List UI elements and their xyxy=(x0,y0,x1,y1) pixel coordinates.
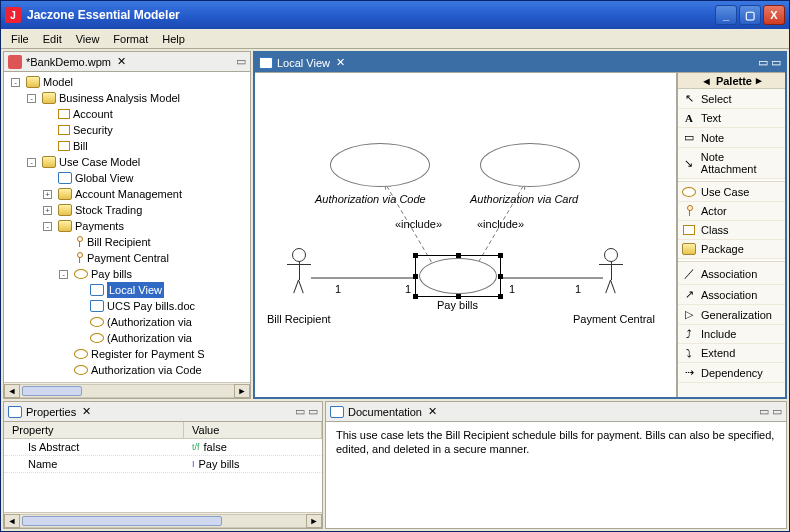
menu-help[interactable]: Help xyxy=(156,31,191,47)
usecase-icon xyxy=(74,349,88,359)
tree-item[interactable]: Account xyxy=(40,106,248,122)
close-button[interactable]: X xyxy=(763,5,785,25)
menu-view[interactable]: View xyxy=(70,31,106,47)
usecase-auth-card[interactable] xyxy=(480,143,580,187)
tree-item[interactable]: Register for Payment S xyxy=(56,346,248,362)
actor-payment-central[interactable] xyxy=(599,248,623,292)
diagram-tab-label[interactable]: Local View xyxy=(277,57,330,69)
tree-item[interactable]: Authorization via Code xyxy=(56,362,248,378)
palette-package[interactable]: Package xyxy=(678,240,785,259)
properties-view: Properties ✕ ▭ ▭ Property Value Is Abstr… xyxy=(3,401,323,529)
col-value[interactable]: Value xyxy=(184,422,322,438)
tree-h-scrollbar[interactable]: ◄ ► xyxy=(4,382,250,398)
expand-icon[interactable]: + xyxy=(43,206,52,215)
palette-actor[interactable]: Actor xyxy=(678,202,785,221)
menu-file[interactable]: File xyxy=(5,31,35,47)
minimize-button[interactable]: _ xyxy=(715,5,737,25)
maximize-button[interactable]: ▢ xyxy=(739,5,761,25)
collapse-icon[interactable]: - xyxy=(27,94,36,103)
diagram-canvas[interactable]: Authorization via Code Authorization via… xyxy=(255,73,677,397)
tree-item[interactable]: Bill xyxy=(40,138,248,154)
menu-edit[interactable]: Edit xyxy=(37,31,68,47)
text-icon: I xyxy=(192,459,195,469)
tree-paybills[interactable]: -Pay bills xyxy=(56,266,248,282)
actor-bill-recipient[interactable] xyxy=(287,248,311,292)
properties-header: Property Value xyxy=(4,422,322,439)
property-key: Is Abstract xyxy=(4,439,184,455)
scroll-thumb[interactable] xyxy=(22,386,82,396)
diagram-tab-close-icon[interactable]: ✕ xyxy=(336,56,345,69)
window-title: Jaczone Essential Modeler xyxy=(27,8,715,22)
app-window: J Jaczone Essential Modeler _ ▢ X File E… xyxy=(0,0,790,532)
palette-text[interactable]: AText xyxy=(678,109,785,128)
scroll-right-button[interactable]: ► xyxy=(306,514,322,528)
tree-item[interactable]: +Stock Trading xyxy=(40,202,248,218)
palette-note[interactable]: ▭Note xyxy=(678,128,785,148)
properties-tab-label[interactable]: Properties xyxy=(26,406,76,418)
palette-include[interactable]: ⤴Include xyxy=(678,325,785,344)
usecase-auth-code[interactable] xyxy=(330,143,430,187)
palette-class[interactable]: Class xyxy=(678,221,785,240)
tree-item[interactable]: (Authorization via xyxy=(72,330,248,346)
model-tree[interactable]: -Model -Business Analysis Model Account … xyxy=(4,72,250,382)
collapse-icon[interactable]: - xyxy=(11,78,20,87)
extend-icon: ⤵ xyxy=(682,347,696,359)
usecase-pay-bills-label: Pay bills xyxy=(437,299,478,311)
folder-icon xyxy=(58,220,72,232)
palette-select[interactable]: ↖Select xyxy=(678,89,785,109)
property-row[interactable]: Is Abstract t/ffalse xyxy=(4,439,322,456)
tree-item[interactable]: UCS Pay bills.doc xyxy=(72,298,248,314)
editor-tab-label[interactable]: *BankDemo.wpm xyxy=(26,56,111,68)
editor-tab-close-icon[interactable]: ✕ xyxy=(117,55,126,68)
tree-bam[interactable]: -Business Analysis Model xyxy=(24,90,248,106)
usecase-auth-code-label: Authorization via Code xyxy=(315,193,426,205)
collapse-icon[interactable]: - xyxy=(59,270,68,279)
usecase-icon xyxy=(74,365,88,375)
palette-association-dir[interactable]: ↗Association xyxy=(678,285,785,305)
view-icon xyxy=(259,57,273,69)
titlebar: J Jaczone Essential Modeler _ ▢ X xyxy=(1,1,789,29)
menu-format[interactable]: Format xyxy=(107,31,154,47)
property-value[interactable]: false xyxy=(204,441,227,453)
documentation-tab-close-icon[interactable]: ✕ xyxy=(428,405,437,418)
folder-icon xyxy=(58,204,72,216)
tree-item[interactable]: Bill Recipient xyxy=(56,234,248,250)
doc-icon xyxy=(330,406,344,418)
app-icon: J xyxy=(5,7,21,23)
scroll-left-button[interactable]: ◄ xyxy=(4,384,20,398)
tree-item[interactable]: +Account Management xyxy=(40,186,248,202)
collapse-icon[interactable]: - xyxy=(43,222,52,231)
tree-item[interactable]: (Authorization via xyxy=(72,314,248,330)
scroll-left-button[interactable]: ◄ xyxy=(4,514,20,528)
tree-item[interactable]: Payment Central xyxy=(56,250,248,266)
dependency-icon: ⇢ xyxy=(682,366,696,379)
properties-tab-close-icon[interactable]: ✕ xyxy=(82,405,91,418)
col-property[interactable]: Property xyxy=(4,422,184,438)
expand-icon[interactable]: + xyxy=(43,190,52,199)
palette-generalization[interactable]: ▷Generalization xyxy=(678,305,785,325)
scroll-right-button[interactable]: ► xyxy=(234,384,250,398)
palette-extend[interactable]: ⤵Extend xyxy=(678,344,785,363)
documentation-text[interactable]: This use case lets the Bill Recipient sc… xyxy=(326,422,786,462)
palette-dependency[interactable]: ⇢Dependency xyxy=(678,363,785,383)
tree-item[interactable]: Security xyxy=(40,122,248,138)
note-icon: ▭ xyxy=(682,131,696,144)
properties-h-scrollbar[interactable]: ◄ ► xyxy=(4,512,322,528)
tree-root[interactable]: -Model xyxy=(8,74,248,90)
collapse-icon[interactable]: - xyxy=(27,158,36,167)
tree-item[interactable]: Global View xyxy=(40,170,248,186)
tree-ucm[interactable]: -Use Case Model xyxy=(24,154,248,170)
documentation-tab-label[interactable]: Documentation xyxy=(348,406,422,418)
property-row[interactable]: Name IPay bills xyxy=(4,456,322,473)
note-attach-icon: ↘ xyxy=(682,157,696,170)
view-icon xyxy=(58,172,72,184)
palette-note-attach[interactable]: ↘Note Attachment xyxy=(678,148,785,179)
property-value[interactable]: Pay bills xyxy=(199,458,240,470)
actor-icon xyxy=(74,236,84,248)
property-key: Name xyxy=(4,456,184,472)
palette-association[interactable]: ／Association xyxy=(678,263,785,285)
palette-usecase[interactable]: Use Case xyxy=(678,183,785,202)
tree-payments[interactable]: -Payments xyxy=(40,218,248,234)
tree-localview[interactable]: Local View xyxy=(72,282,248,298)
scroll-thumb[interactable] xyxy=(22,516,222,526)
